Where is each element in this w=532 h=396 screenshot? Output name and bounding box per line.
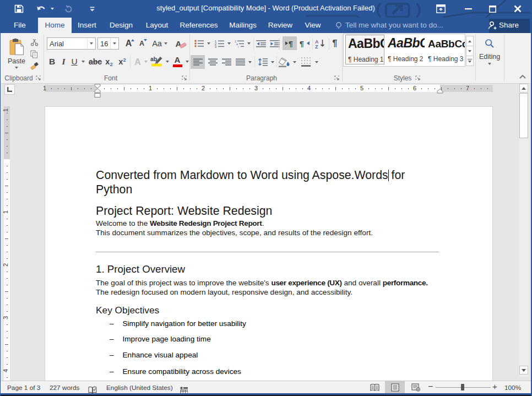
style-card-heading1[interactable]: AaBbC ¶ Heading 1 — [345, 35, 384, 64]
underline-dropdown[interactable] — [80, 55, 86, 68]
tab-insert[interactable]: Insert — [74, 18, 100, 33]
scrollbar-thumb[interactable] — [519, 93, 528, 138]
heading-key-objectives[interactable]: Key Objectives — [96, 305, 159, 316]
align-left-button[interactable] — [191, 55, 205, 69]
minimize-button[interactable] — [456, 0, 480, 18]
superscript-button[interactable]: x2 — [116, 55, 128, 68]
zoom-slider-thumb[interactable] — [461, 384, 464, 390]
close-button[interactable] — [506, 0, 530, 18]
underline-button[interactable]: U — [69, 55, 79, 68]
borders-button[interactable] — [298, 55, 313, 69]
tab-file[interactable]: File — [8, 18, 31, 33]
shading-button[interactable] — [277, 55, 291, 69]
font-dialog-launcher-icon[interactable] — [182, 75, 187, 81]
maximize-button[interactable] — [480, 0, 504, 18]
tab-layout[interactable]: Layout — [142, 18, 172, 33]
scroll-up-button[interactable] — [519, 84, 528, 93]
styles-gallery-more-button[interactable] — [466, 56, 474, 66]
styles-dialog-launcher-icon[interactable] — [415, 75, 421, 81]
format-painter-button[interactable] — [28, 61, 40, 70]
bold-button[interactable]: B — [47, 55, 57, 68]
heading-project-overview[interactable]: 1. Project Overview — [96, 263, 185, 275]
paragraph-dialog-launcher-icon[interactable] — [334, 75, 340, 81]
font-size-dropdown[interactable] — [110, 38, 118, 49]
tab-home[interactable]: Home — [38, 18, 72, 33]
vertical-scrollbar[interactable] — [519, 84, 529, 377]
share-button[interactable]: Share — [499, 18, 519, 33]
numbering-dropdown[interactable] — [226, 37, 232, 50]
font-name-combo[interactable]: Arial — [47, 37, 96, 50]
scroll-down-button[interactable] — [519, 366, 528, 375]
copy-button[interactable] — [28, 49, 40, 59]
justify-dropdown[interactable] — [247, 55, 253, 69]
zoom-out-button[interactable]: − — [428, 381, 433, 393]
horizontal-ruler[interactable]: 11234567 — [45, 85, 493, 92]
styles-gallery-down-button[interactable] — [466, 46, 474, 56]
tab-view[interactable]: View — [301, 18, 325, 33]
right-indent-marker[interactable] — [437, 89, 443, 94]
zoom-level[interactable]: 100% — [504, 382, 521, 394]
font-size-combo[interactable]: 16 — [97, 37, 119, 50]
indent-markers[interactable] — [94, 84, 101, 93]
paste-button[interactable]: Paste — [6, 35, 27, 72]
align-right-button[interactable] — [220, 55, 233, 69]
read-mode-button[interactable] — [365, 381, 384, 394]
collapse-ribbon-button[interactable] — [516, 72, 529, 82]
line-spacing-button[interactable] — [256, 55, 269, 69]
subscript-button[interactable]: x2 — [103, 55, 115, 68]
borders-dropdown[interactable] — [313, 55, 319, 69]
style-card-heading2[interactable]: AaBbC ¶ Heading 2 — [386, 35, 425, 64]
highlight-dropdown[interactable] — [164, 55, 171, 68]
vertical-ruler[interactable]: 11234 — [4, 106, 10, 381]
font-color-dropdown[interactable] — [184, 55, 191, 68]
grow-font-button[interactable]: A — [122, 37, 135, 50]
font-color-button[interactable]: A — [171, 55, 184, 68]
bullets-button[interactable] — [193, 37, 205, 50]
shading-dropdown[interactable] — [291, 55, 297, 69]
tab-mailings[interactable]: Mailings — [226, 18, 260, 33]
rtl-text-direction-button[interactable]: ¶ — [298, 36, 311, 50]
tab-design[interactable]: Design — [106, 18, 137, 33]
text-effects-button[interactable]: A — [132, 55, 144, 68]
show-hide-pilcrow-button[interactable]: ¶ — [329, 37, 340, 50]
editing-button[interactable]: Editing — [480, 34, 499, 67]
sort-button[interactable]: A Z — [313, 37, 328, 50]
multilevel-list-dropdown[interactable] — [246, 37, 252, 50]
italic-button[interactable]: I — [59, 55, 68, 68]
bullets-dropdown[interactable] — [205, 37, 212, 50]
decrease-indent-button[interactable] — [254, 37, 268, 50]
change-case-button[interactable]: Aa — [150, 37, 169, 50]
print-layout-button[interactable] — [385, 381, 405, 394]
strikethrough-button[interactable]: abc — [88, 55, 102, 68]
clear-formatting-button[interactable]: A — [173, 37, 187, 50]
tab-references[interactable]: References — [177, 18, 220, 33]
web-layout-button[interactable] — [406, 381, 426, 394]
left-indent-marker[interactable] — [94, 93, 101, 98]
ltr-text-direction-button[interactable]: ¶ — [283, 36, 297, 50]
numbering-button[interactable]: 1 2 3 — [213, 37, 225, 50]
document-page[interactable]: Converted from Markdown to Word using As… — [45, 106, 493, 381]
zoom-in-button[interactable]: + — [492, 381, 497, 393]
styles-gallery-up-button[interactable] — [466, 36, 474, 46]
text-effects-dropdown[interactable] — [143, 55, 149, 68]
justify-button[interactable] — [234, 55, 247, 69]
page-indicator[interactable]: Page 1 of 3 — [7, 382, 40, 394]
document-title[interactable]: Converted from Markdown to Word using As… — [96, 169, 439, 197]
language-indicator[interactable]: English (United States) — [106, 382, 173, 394]
cut-button[interactable] — [28, 37, 40, 47]
font-name-dropdown[interactable] — [87, 38, 95, 49]
overview-paragraph[interactable]: The goal of this project was to improve … — [96, 278, 439, 297]
multilevel-list-button[interactable]: 1 a i — [234, 37, 246, 50]
style-card-heading3[interactable]: AaBbCc ¶ Heading 3 — [426, 35, 465, 64]
line-spacing-dropdown[interactable] — [269, 55, 275, 69]
heading-project-report[interactable]: Project Report: Website Redesign — [96, 204, 272, 219]
ribbon-display-options-button[interactable] — [428, 0, 453, 18]
tab-stop-selector[interactable] — [4, 84, 15, 95]
clipboard-dialog-launcher-icon[interactable] — [36, 75, 41, 81]
shrink-font-button[interactable]: A — [136, 37, 148, 50]
highlight-button[interactable]: ab — [150, 55, 164, 68]
align-center-button[interactable] — [206, 55, 219, 69]
intro-paragraph[interactable]: Welcome to the Website Redesign Project … — [96, 219, 439, 238]
tell-me-box[interactable]: Tell me what you want to do... — [345, 18, 443, 33]
increase-indent-button[interactable] — [268, 37, 281, 50]
